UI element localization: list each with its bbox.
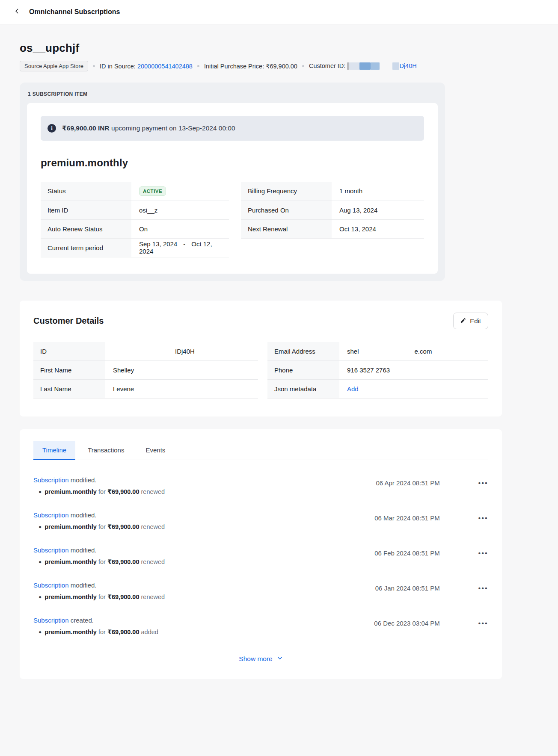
customer-id-value: IDj40H [175,348,195,355]
last-name-label: Last Name [33,380,105,399]
timeline-entry-meta: 06 Mar 2024 08:51 PM ••• [374,514,488,522]
kebab-menu-icon[interactable]: ••• [478,549,488,557]
table-row-phone: Phone 916 3527 2763 [267,361,488,380]
timeline-entry: Subscription modified. ●premium.monthly … [33,546,488,565]
subscription-link[interactable]: Subscription [33,511,69,519]
page-title: os__upchjf [20,41,538,55]
timeline-entry-date: 06 Jan 2024 08:51 PM [375,585,440,592]
redacted-block [359,62,371,70]
timeline-entry: Subscription modified. ●premium.monthly … [33,511,488,530]
timeline-card: Timeline Transactions Events Subscriptio… [20,429,502,679]
initial-purchase-price: Initial Purchase Price: ₹69,900.00 [204,63,297,70]
customer-table-right: Email Address shele.com Phone 916 3527 2… [267,342,488,399]
subscription-item-section: 1 SUBSCRIPTION ITEM i ₹69,900.00 INR upc… [20,83,445,281]
timeline-entry-date: 06 Apr 2024 08:51 PM [376,479,439,487]
redacted-gap [380,62,392,70]
purchased-on-value: Aug 13, 2024 [332,201,424,219]
chevron-down-icon [277,655,283,663]
show-more-button[interactable]: Show more [33,655,488,663]
timeline-entry-meta: 06 Apr 2024 08:51 PM ••• [376,479,488,487]
id-in-source-link[interactable]: 2000000541402488 [137,63,193,70]
next-renewal-value: Oct 13, 2024 [332,219,424,238]
table-row-json-metadata: Json metadata Add [267,380,488,399]
initial-price-value: ₹69,900.00 [266,63,297,70]
kebab-menu-icon[interactable]: ••• [478,584,488,592]
timeline-entry-body: Subscription modified. ●premium.monthly … [33,582,165,600]
auto-renew-value: On [131,219,229,238]
chevron-left-icon [14,8,20,16]
table-row-customer-id: ID IDj40H [33,342,258,361]
customer-id-link[interactable]: Dj40H [399,62,416,69]
id-in-source-label: ID in Source: [100,63,136,70]
top-bar: Omnichannel Subscriptions [0,0,558,24]
plan-name: premium.monthly [41,157,424,169]
timeline-entry-date: 06 Dec 2023 03:04 PM [374,620,439,627]
back-button[interactable] [11,6,23,18]
tab-transactions[interactable]: Transactions [79,441,133,460]
current-term-value: Sep 13, 2024-Oct 12, 2024 [131,238,229,257]
tab-events[interactable]: Events [137,441,174,460]
page-meta-row: Source Apple App Store ID in Source: 200… [20,61,538,71]
redacted-block [349,62,359,70]
table-row-last-name: Last Name Levene [33,380,258,399]
timeline-entry-body: Subscription modified. ●premium.monthly … [33,476,165,495]
timeline-entry-body: Subscription modified. ●premium.monthly … [33,511,165,530]
banner-amount: ₹69,900.00 INR [62,124,110,132]
customer-id-row-label: ID [33,342,105,361]
email-label: Email Address [267,342,339,361]
phone-label: Phone [267,361,339,380]
subscription-table-left: Status ACTIVE Item ID osi__z Auto Renew … [41,182,229,257]
bullet-icon: ● [39,489,42,495]
table-row-billing-frequency: Billing Frequency 1 month [241,182,424,201]
redacted-block [392,62,399,70]
table-row-auto-renew: Auto Renew Status On [41,219,229,238]
bullet-icon: ● [39,594,42,600]
table-row-status: Status ACTIVE [41,182,229,201]
item-id-label: Item ID [41,201,131,219]
timeline-entry-body: Subscription modified. ●premium.monthly … [33,546,165,565]
kebab-menu-icon[interactable]: ••• [478,479,488,487]
tab-timeline[interactable]: Timeline [33,441,75,460]
subscription-link[interactable]: Subscription [33,476,69,484]
billing-frequency-value: 1 month [332,182,424,201]
purchased-on-label: Purchased On [241,201,332,219]
kebab-menu-icon[interactable]: ••• [478,619,488,627]
timeline-entry-meta: 06 Jan 2024 08:51 PM ••• [375,584,488,592]
table-row-next-renewal: Next Renewal Oct 13, 2024 [241,219,424,238]
timeline-entry-meta: 06 Dec 2023 03:04 PM ••• [374,619,488,627]
customer-details-title: Customer Details [33,316,104,326]
auto-renew-label: Auto Renew Status [41,219,131,238]
customer-table-left: ID IDj40H First Name Shelley Last Name L… [33,342,258,399]
bullet-icon: ● [39,524,42,530]
phone-value: 916 3527 2763 [339,361,488,380]
customer-id: Customer ID: Dj40H [309,62,417,70]
subscription-link[interactable]: Subscription [33,582,69,589]
subscription-link[interactable]: Subscription [33,617,69,624]
timeline-entry-date: 06 Feb 2024 08:51 PM [374,549,440,557]
edit-button[interactable]: Edit [453,313,488,329]
redacted-block [371,62,380,70]
item-id-value: osi__z [131,201,229,219]
subscription-table-right: Billing Frequency 1 month Purchased On A… [241,182,424,239]
status-badge: ACTIVE [139,186,166,196]
customer-detail-tables: ID IDj40H First Name Shelley Last Name L… [33,342,488,399]
bullet-icon: ● [39,559,42,565]
breadcrumb-title: Omnichannel Subscriptions [29,8,120,16]
banner-text: ₹69,900.00 INR upcoming payment on 13-Se… [62,124,235,132]
timeline-entry: Subscription modified. ●premium.monthly … [33,582,488,600]
customer-details-header: Customer Details Edit [33,313,488,329]
table-row-current-term: Current term period Sep 13, 2024-Oct 12,… [41,238,229,257]
pencil-icon [460,317,466,325]
subscription-item-card: i ₹69,900.00 INR upcoming payment on 13-… [27,103,438,274]
timeline-entry: Subscription modified. ●premium.monthly … [33,476,488,495]
subscription-link[interactable]: Subscription [33,546,69,554]
kebab-menu-icon[interactable]: ••• [478,514,488,522]
customer-id-label: Customer ID: [309,62,345,69]
bullet-icon: ● [39,629,42,635]
subscription-detail-tables: Status ACTIVE Item ID osi__z Auto Renew … [41,182,424,257]
info-icon: i [47,124,56,133]
last-name-value: Levene [105,380,258,399]
table-row-item-id: Item ID osi__z [41,201,229,219]
main-content: os__upchjf Source Apple App Store ID in … [0,24,558,679]
json-metadata-add-link[interactable]: Add [347,385,359,393]
